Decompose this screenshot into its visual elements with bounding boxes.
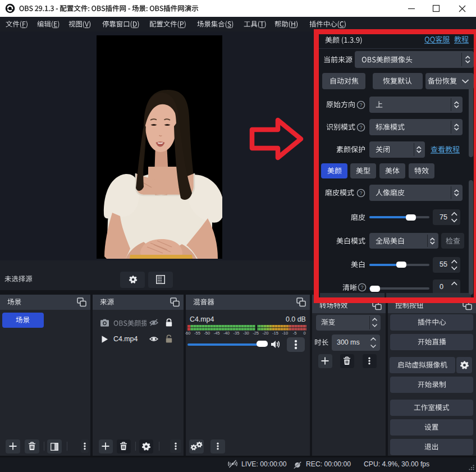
svg-text:-25: -25 — [253, 331, 259, 336]
svg-text:-50: -50 — [204, 331, 210, 336]
svg-text:?: ? — [359, 125, 362, 130]
svg-text:-20: -20 — [263, 331, 269, 336]
svg-text:-15: -15 — [272, 331, 278, 336]
svg-text:-40: -40 — [223, 331, 230, 336]
svg-text:0: 0 — [303, 331, 305, 336]
svg-text:?: ? — [360, 285, 363, 290]
svg-text:-10: -10 — [282, 331, 288, 336]
svg-text:?: ? — [359, 190, 362, 196]
svg-text:?: ? — [359, 102, 362, 108]
svg-text:-60: -60 — [185, 331, 190, 336]
svg-text:-55: -55 — [194, 331, 200, 336]
svg-text:-5: -5 — [293, 331, 297, 336]
svg-text:-35: -35 — [233, 331, 239, 336]
svg-text:-45: -45 — [214, 331, 220, 336]
svg-text:-30: -30 — [243, 331, 249, 336]
